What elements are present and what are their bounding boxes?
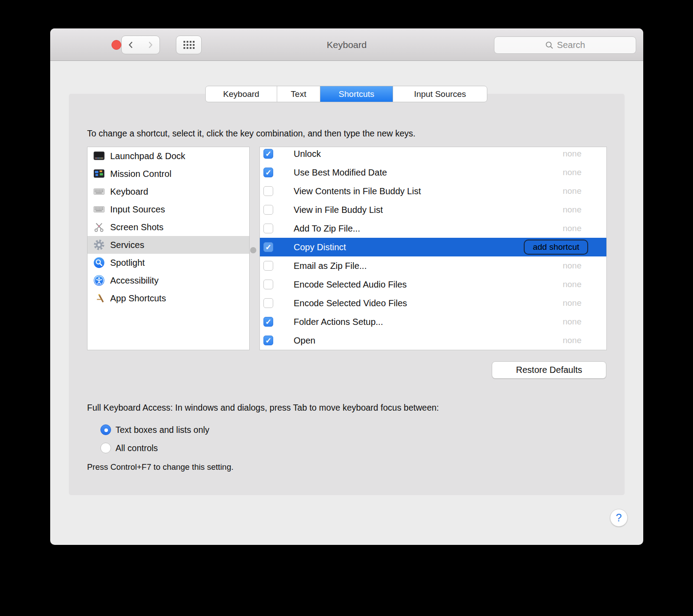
checkbox[interactable]: ✓	[263, 205, 273, 215]
tab-keyboard[interactable]: Keyboard	[206, 86, 277, 102]
service-row-view-in-file-buddy[interactable]: ✓ View in File Buddy List none	[260, 200, 606, 219]
grid-icon	[183, 41, 195, 49]
service-row-view-contents-file-buddy[interactable]: ✓ View Contents in File Buddy List none	[260, 182, 606, 200]
forward-button[interactable]	[140, 36, 160, 54]
control-f7-note: Press Control+F7 to change this setting.	[87, 462, 234, 472]
help-button[interactable]: ?	[610, 509, 628, 527]
sidebar-item-accessibility[interactable]: Accessibility	[88, 272, 249, 289]
sidebar-item-keyboard[interactable]: Keyboard	[88, 183, 249, 200]
sidebar-item-mission-control[interactable]: Mission Control	[88, 165, 249, 183]
screen: Keyboard Search Keyboard Text Shortcuts	[0, 0, 693, 616]
sidebar-item-spotlight[interactable]: Spotlight	[88, 254, 249, 272]
service-row-encode-video[interactable]: ✓ Encode Selected Video Files none	[260, 294, 606, 312]
accessibility-icon	[93, 275, 105, 286]
checkbox[interactable]: ✓	[263, 224, 273, 233]
shortcut-value: none	[563, 298, 581, 308]
checkbox[interactable]: ✓	[263, 280, 273, 289]
instruction-text: To change a shortcut, select it, click t…	[87, 128, 415, 139]
back-button[interactable]	[121, 36, 141, 54]
service-row-use-best-modified-date[interactable]: ✓ Use Best Modified Date none	[260, 163, 606, 182]
list-divider-dot	[250, 247, 256, 253]
app-shortcuts-icon	[93, 292, 105, 304]
sidebar-item-input-sources[interactable]: Input Sources	[88, 200, 249, 218]
shortcut-value: none	[563, 149, 581, 159]
titlebar[interactable]: Keyboard Search	[50, 28, 643, 61]
service-row-unlock[interactable]: ✓ Unlock none	[260, 147, 606, 163]
shortcut-categories-list: Launchpad & Dock Mission Control Keyboar…	[87, 147, 250, 350]
checkbox[interactable]: ✓	[263, 168, 273, 177]
screen-shots-icon	[93, 221, 105, 233]
shortcut-value: none	[563, 317, 581, 327]
add-shortcut-button[interactable]: add shortcut	[524, 240, 588, 255]
services-gear-icon	[93, 239, 105, 251]
tab-text[interactable]: Text	[277, 86, 320, 102]
shortcut-value: none	[563, 336, 581, 345]
search-input[interactable]: Search	[494, 36, 636, 54]
service-row-folder-actions-setup[interactable]: ✓ Folder Actions Setup... none	[260, 312, 606, 331]
question-mark-icon: ?	[616, 512, 621, 524]
keyboard-preferences-window: Keyboard Search Keyboard Text Shortcuts	[50, 28, 643, 545]
shortcut-value: none	[563, 280, 581, 289]
service-row-email-as-zip[interactable]: ✓ Email as Zip File... none	[260, 256, 606, 275]
services-list: ✓ Unlock none ✓ Use Best Modified Date n…	[259, 147, 607, 350]
radio-button[interactable]	[100, 443, 111, 453]
tab-bar: Keyboard Text Shortcuts Input Sources	[205, 86, 487, 102]
sidebar-item-launchpad-dock[interactable]: Launchpad & Dock	[88, 147, 249, 165]
search-placeholder: Search	[557, 40, 585, 50]
service-row-open[interactable]: ✓ Open none	[260, 331, 606, 350]
checkbox[interactable]: ✓	[263, 242, 273, 252]
checkbox[interactable]: ✓	[263, 149, 273, 159]
shortcut-value: none	[563, 224, 581, 233]
checkbox[interactable]: ✓	[263, 186, 273, 196]
chevron-left-icon	[126, 40, 136, 50]
show-all-button[interactable]	[176, 36, 202, 54]
service-row-copy-distinct[interactable]: ✓ Copy Distinct add shortcut	[260, 238, 606, 256]
checkbox[interactable]: ✓	[263, 317, 273, 327]
tab-shortcuts[interactable]: Shortcuts	[320, 86, 393, 102]
spotlight-icon	[93, 257, 105, 268]
sidebar-item-screen-shots[interactable]: Screen Shots	[88, 218, 249, 236]
mission-control-icon	[93, 168, 105, 180]
checkbox[interactable]: ✓	[263, 298, 273, 308]
keyboard-icon	[93, 186, 105, 197]
chevron-right-icon	[145, 40, 155, 50]
sidebar-item-app-shortcuts[interactable]: App Shortcuts	[88, 289, 249, 307]
checkbox[interactable]: ✓	[263, 261, 273, 271]
tab-input-sources[interactable]: Input Sources	[393, 86, 487, 102]
search-icon	[545, 41, 554, 50]
close-button[interactable]	[112, 40, 121, 50]
sidebar-item-services[interactable]: Services	[88, 236, 249, 254]
shortcut-value: none	[563, 168, 581, 177]
launchpad-dock-icon	[93, 150, 105, 162]
shortcut-value: none	[563, 186, 581, 196]
shortcut-value: none	[563, 261, 581, 271]
radio-option-all-controls[interactable]: All controls	[100, 443, 158, 453]
full-keyboard-access-heading: Full Keyboard Access: In windows and dia…	[87, 403, 439, 413]
restore-defaults-button[interactable]: Restore Defaults	[492, 361, 606, 379]
service-row-add-to-zip[interactable]: ✓ Add To Zip File... none	[260, 219, 606, 238]
radio-option-text-boxes[interactable]: Text boxes and lists only	[100, 424, 209, 435]
checkbox[interactable]: ✓	[263, 336, 273, 345]
service-row-encode-audio[interactable]: ✓ Encode Selected Audio Files none	[260, 275, 606, 294]
input-sources-icon	[93, 204, 105, 215]
radio-button[interactable]	[100, 424, 111, 435]
shortcut-value: none	[563, 205, 581, 215]
